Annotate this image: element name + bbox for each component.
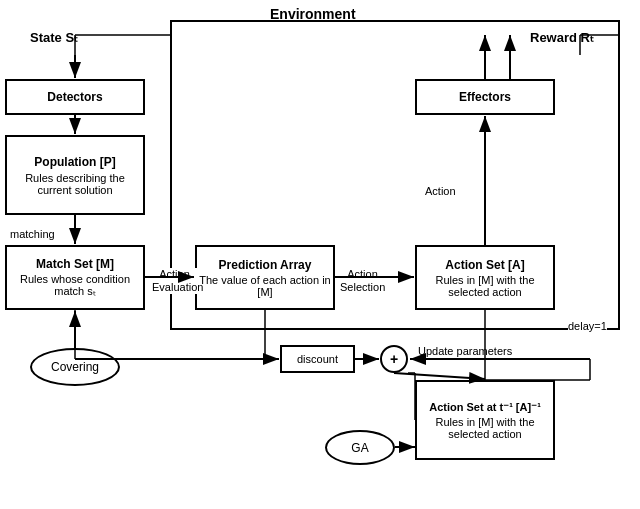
state-label: State Sₜ <box>30 30 78 45</box>
action-set-prev-box: Action Set at t⁻¹ [A]⁻¹ Rules in [M] wit… <box>415 380 555 460</box>
plus-label: + <box>390 351 398 367</box>
prediction-array-box: Prediction Array The value of each actio… <box>195 245 335 310</box>
effectors-box: Effectors <box>415 79 555 115</box>
reward-label: Reward Rₜ <box>530 30 594 45</box>
svg-line-21 <box>394 373 485 379</box>
diagram: Environment State Sₜ Reward Rₜ Detectors… <box>0 0 640 509</box>
ga-label: GA <box>351 441 368 455</box>
action-set-prev-desc: Rules in [M] with the selected action <box>417 416 553 440</box>
detectors-title: Detectors <box>47 90 102 104</box>
action-set-desc: Rules in [M] with the selected action <box>417 274 553 298</box>
discount-label: discount <box>297 353 338 365</box>
population-box: Population [P] Rules describing the curr… <box>5 135 145 215</box>
action-set-title: Action Set [A] <box>445 258 524 272</box>
ga-ellipse: GA <box>325 430 395 465</box>
action-evaluation-label: Action Evaluation <box>152 268 197 294</box>
population-desc: Rules describing the current solution <box>7 172 143 196</box>
action-label: Action <box>425 185 456 197</box>
matching-label: matching <box>10 228 55 240</box>
prediction-array-desc: The value of each action in [M] <box>197 274 333 298</box>
delay-label: delay=1 <box>568 320 607 332</box>
population-title: Population [P] <box>34 155 115 169</box>
discount-box: discount <box>280 345 355 373</box>
plus-box: + <box>380 345 408 373</box>
match-set-desc: Rules whose condition match sₜ <box>7 273 143 298</box>
action-set-box: Action Set [A] Rules in [M] with the sel… <box>415 245 555 310</box>
detectors-box: Detectors <box>5 79 145 115</box>
covering-ellipse: Covering <box>30 348 120 386</box>
action-set-prev-title: Action Set at t⁻¹ [A]⁻¹ <box>429 401 541 414</box>
action-selection-label: Action Selection <box>340 268 385 294</box>
update-parameters-label: Update parameters <box>418 345 512 357</box>
environment-label: Environment <box>270 6 356 22</box>
match-set-title: Match Set [M] <box>36 257 114 271</box>
effectors-title: Effectors <box>459 90 511 104</box>
prediction-array-title: Prediction Array <box>219 258 312 272</box>
covering-label: Covering <box>51 360 99 374</box>
match-set-box: Match Set [M] Rules whose condition matc… <box>5 245 145 310</box>
